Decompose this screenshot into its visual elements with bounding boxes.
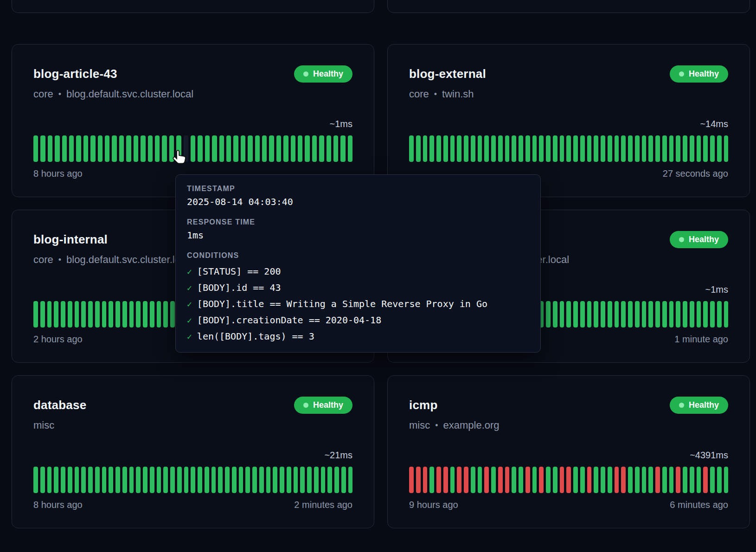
uptime-bar[interactable] [416, 467, 421, 493]
uptime-bar[interactable] [546, 135, 551, 162]
uptime-bar[interactable] [560, 301, 564, 327]
uptime-bar[interactable] [635, 467, 640, 493]
uptime-bar[interactable] [566, 301, 571, 327]
uptime-bar[interactable] [587, 301, 592, 327]
uptime-bar[interactable] [409, 467, 414, 493]
uptime-bar[interactable] [280, 467, 284, 493]
uptime-bar[interactable] [429, 135, 434, 162]
uptime-bar[interactable] [150, 301, 154, 327]
uptime-bar[interactable] [566, 135, 571, 162]
uptime-bar[interactable] [690, 467, 694, 493]
uptime-bar[interactable] [54, 467, 58, 493]
uptime-bar[interactable] [471, 135, 475, 162]
uptime-bar[interactable] [170, 301, 175, 327]
uptime-bar[interactable] [143, 301, 147, 327]
uptime-bar[interactable] [102, 467, 107, 493]
uptime-bar[interactable] [662, 135, 667, 162]
uptime-bar[interactable] [621, 467, 626, 493]
uptime-bar[interactable] [532, 467, 537, 493]
uptime-bar[interactable] [205, 467, 209, 493]
uptime-bar[interactable] [724, 135, 729, 162]
uptime-bar[interactable] [334, 467, 339, 493]
uptime-bar[interactable] [212, 135, 217, 162]
uptime-bar[interactable] [83, 135, 88, 162]
uptime-bar[interactable] [587, 135, 592, 162]
uptime-bar[interactable] [601, 467, 605, 493]
uptime-bar[interactable] [232, 467, 237, 493]
uptime-bar[interactable] [90, 135, 95, 162]
uptime-bar[interactable] [163, 301, 168, 327]
uptime-bar[interactable] [241, 135, 245, 162]
uptime-bar[interactable] [478, 135, 482, 162]
uptime-bar[interactable] [539, 467, 544, 493]
uptime-bar[interactable] [211, 467, 216, 493]
uptime-bar[interactable] [191, 135, 195, 162]
uptime-bar[interactable] [594, 467, 598, 493]
uptime-bar[interactable] [143, 467, 147, 493]
uptime-bar[interactable] [198, 467, 202, 493]
uptime-bar[interactable] [676, 135, 680, 162]
uptime-bar[interactable] [662, 301, 667, 327]
uptime-bar[interactable] [615, 467, 619, 493]
uptime-bar[interactable] [163, 467, 168, 493]
uptime-bar[interactable] [269, 135, 274, 162]
uptime-bar[interactable] [312, 135, 317, 162]
uptime-bar[interactable] [615, 135, 619, 162]
uptime-bar[interactable] [122, 467, 127, 493]
uptime-bar[interactable] [697, 301, 701, 327]
uptime-bar[interactable] [294, 467, 298, 493]
uptime-bar[interactable] [505, 467, 510, 493]
uptime-bar[interactable] [129, 467, 134, 493]
uptime-bar[interactable] [88, 467, 93, 493]
uptime-bar[interactable] [273, 467, 277, 493]
uptime-bar[interactable] [703, 301, 708, 327]
uptime-bar[interactable] [642, 301, 647, 327]
uptime-bar[interactable] [252, 467, 257, 493]
uptime-bar[interactable] [621, 135, 626, 162]
uptime-bar[interactable] [225, 467, 230, 493]
uptime-bar[interactable] [608, 467, 612, 493]
uptime-bar[interactable] [287, 467, 291, 493]
uptime-bar[interactable] [62, 135, 67, 162]
uptime-bar[interactable] [512, 135, 516, 162]
uptime-bar[interactable] [648, 467, 653, 493]
uptime-bar[interactable] [248, 135, 252, 162]
uptime-bar[interactable] [239, 467, 243, 493]
uptime-bar[interactable] [76, 135, 81, 162]
uptime-bar[interactable] [333, 135, 338, 162]
uptime-bar[interactable] [191, 467, 195, 493]
uptime-bar[interactable] [33, 135, 38, 162]
uptime-bar[interactable] [155, 135, 160, 162]
uptime-bar[interactable] [409, 135, 414, 162]
uptime-bar[interactable] [697, 135, 701, 162]
uptime-bar[interactable] [321, 467, 326, 493]
uptime-bar[interactable] [255, 135, 260, 162]
uptime-bar[interactable] [283, 135, 288, 162]
uptime-bar[interactable] [55, 135, 59, 162]
uptime-bar[interactable] [340, 135, 345, 162]
uptime-bar[interactable] [457, 135, 461, 162]
uptime-bar[interactable] [450, 467, 455, 493]
uptime-bar[interactable] [717, 467, 722, 493]
uptime-bar[interactable] [423, 135, 428, 162]
uptime-bar[interactable] [259, 467, 264, 493]
uptime-bar[interactable] [450, 135, 455, 162]
uptime-bar[interactable] [262, 135, 267, 162]
uptime-bar[interactable] [47, 467, 52, 493]
uptime-bar[interactable] [148, 135, 153, 162]
uptime-bar[interactable] [498, 135, 503, 162]
uptime-bar[interactable] [40, 301, 45, 327]
uptime-bar[interactable] [491, 135, 496, 162]
uptime-bar[interactable] [690, 301, 694, 327]
uptime-bar[interactable] [95, 467, 100, 493]
uptime-bar[interactable] [33, 301, 38, 327]
uptime-bar[interactable] [184, 467, 189, 493]
uptime-bar[interactable] [319, 135, 324, 162]
uptime-bar[interactable] [429, 467, 434, 493]
uptime-bar[interactable] [157, 467, 161, 493]
uptime-bar[interactable] [348, 135, 352, 162]
uptime-bar[interactable] [98, 135, 103, 162]
uptime-bar[interactable] [68, 467, 72, 493]
uptime-bar[interactable] [112, 135, 116, 162]
uptime-bar[interactable] [608, 301, 612, 327]
